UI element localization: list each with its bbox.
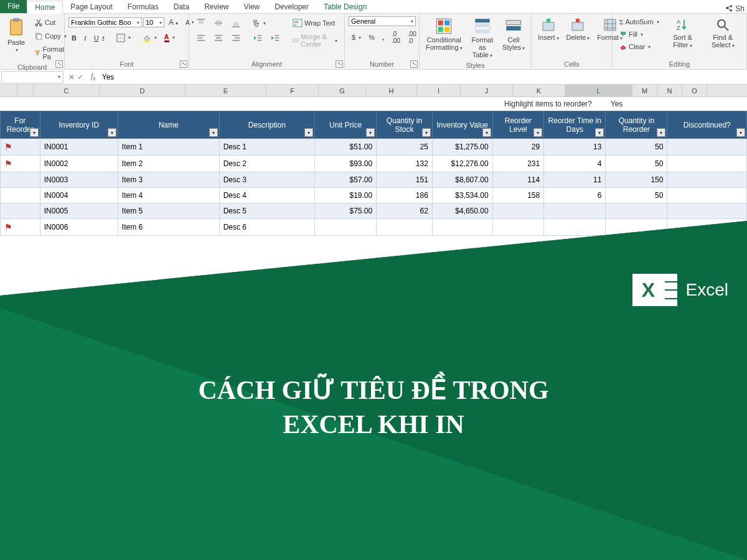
cell-qty-stock[interactable]: 132: [377, 156, 433, 172]
column-header-M[interactable]: M: [632, 85, 657, 96]
cell-reorder-days[interactable]: 11: [544, 172, 606, 188]
align-bottom-button[interactable]: [228, 16, 244, 30]
conditional-formatting-button[interactable]: Conditional Formatting▾: [423, 16, 465, 53]
name-box[interactable]: ▾: [1, 71, 63, 83]
cell-description[interactable]: Desc 4: [219, 188, 314, 203]
cell-qty-stock[interactable]: 151: [377, 172, 433, 188]
table-header[interactable]: Reorder Level▾: [492, 111, 544, 139]
format-as-table-button[interactable]: Format as Table▾: [467, 16, 497, 60]
table-row[interactable]: ⚑IN0001Item 1Desc 1$51.0025$1,275.002913…: [1, 139, 747, 156]
orientation-button[interactable]: ab▾: [250, 17, 269, 29]
cell-unit-price[interactable]: $75.00: [315, 203, 377, 219]
cell-inventory-id[interactable]: IN0005: [40, 203, 118, 219]
find-select-button[interactable]: Find & Select▾: [703, 16, 743, 50]
filter-icon[interactable]: ▾: [108, 128, 116, 137]
cell-inventory-id[interactable]: IN0006: [40, 219, 118, 236]
copy-button[interactable]: Copy▾: [31, 30, 70, 42]
filter-icon[interactable]: ▾: [209, 128, 218, 137]
cell-inventory-value[interactable]: $12,276.00: [432, 156, 492, 172]
cell-description[interactable]: Desc 1: [219, 139, 314, 156]
cell-reorder-days[interactable]: 6: [544, 188, 606, 203]
table-row[interactable]: ⚑IN0006Item 6Desc 6: [1, 219, 747, 236]
tab-view[interactable]: View: [236, 1, 267, 13]
cell-reorder-days[interactable]: 4: [544, 156, 606, 172]
align-top-button[interactable]: [193, 16, 209, 30]
column-header-O[interactable]: O: [682, 85, 707, 96]
tab-review[interactable]: Review: [197, 1, 236, 13]
column-header-E[interactable]: E: [186, 85, 266, 96]
cell-reorder-flag[interactable]: ⚑: [1, 219, 40, 236]
delete-cells-button[interactable]: Delete▾: [564, 16, 593, 42]
cell-qty-stock[interactable]: 186: [377, 188, 433, 203]
underline-button[interactable]: U▾: [91, 32, 108, 44]
cell-inventory-value[interactable]: [432, 219, 492, 236]
table-header[interactable]: Description▾: [219, 111, 314, 139]
number-format-combo[interactable]: General▾: [349, 16, 416, 26]
sort-filter-button[interactable]: AZ Sort & Filter▾: [665, 16, 701, 50]
table-header[interactable]: Quantity in Stock▾: [377, 111, 433, 139]
table-row[interactable]: IN0005Item 5Desc 5$75.0062$4,650.00: [1, 203, 747, 219]
cell-inventory-value[interactable]: $8,607.00: [432, 172, 492, 188]
font-size-combo[interactable]: 10▾: [143, 17, 164, 27]
cell-reorder-level[interactable]: 29: [492, 139, 544, 156]
alignment-dialog-launcher[interactable]: ⤡: [336, 60, 343, 68]
increase-indent-button[interactable]: [267, 31, 283, 45]
cell-discontinued[interactable]: [667, 139, 747, 156]
cell-reorder-days[interactable]: [544, 219, 606, 236]
cell-discontinued[interactable]: [667, 188, 747, 203]
cell-unit-price[interactable]: $19.00: [315, 188, 377, 203]
filter-icon[interactable]: ▾: [533, 128, 542, 137]
table-row[interactable]: IN0004Item 4Desc 4$19.00186$3,534.001586…: [1, 188, 747, 203]
cell-unit-price[interactable]: $51.00: [315, 139, 377, 156]
worksheet[interactable]: Highlight items to reorder? Yes For Reor…: [0, 97, 747, 236]
cell-qty-reorder[interactable]: 50: [606, 139, 667, 156]
filter-icon[interactable]: ▾: [366, 128, 375, 137]
cell-inventory-value[interactable]: $4,650.00: [432, 203, 492, 219]
clear-button[interactable]: Clear▾: [616, 41, 662, 52]
cell-reorder-level[interactable]: 231: [492, 156, 544, 172]
cell-discontinued[interactable]: [667, 219, 747, 236]
cell-inventory-value[interactable]: $3,534.00: [432, 188, 492, 203]
highlight-value[interactable]: Yes: [611, 100, 623, 108]
fx-icon[interactable]: fx: [87, 72, 100, 82]
tab-formulas[interactable]: Formulas: [120, 1, 166, 13]
cell-styles-button[interactable]: Cell Styles▾: [500, 16, 527, 53]
column-header-J[interactable]: J: [461, 85, 513, 96]
decrease-indent-button[interactable]: [250, 31, 266, 45]
cell-reorder-flag[interactable]: ⚑: [1, 156, 40, 172]
cell-reorder-flag[interactable]: [1, 172, 40, 188]
align-middle-button[interactable]: [210, 16, 227, 30]
cell-reorder-flag[interactable]: [1, 188, 40, 203]
table-row[interactable]: ⚑IN0002Item 2Desc 2$93.00132$12,276.0023…: [1, 156, 747, 172]
filter-icon[interactable]: ▾: [422, 128, 431, 137]
format-painter-button[interactable]: Format Pa: [31, 44, 70, 62]
table-header[interactable]: Unit Price▾: [315, 111, 377, 139]
cell-inventory-id[interactable]: IN0004: [40, 188, 118, 203]
cell-inventory-id[interactable]: IN0003: [40, 172, 118, 188]
cell-description[interactable]: Desc 3: [219, 172, 314, 188]
column-header-F[interactable]: F: [266, 85, 319, 96]
table-row[interactable]: IN0003Item 3Desc 3$57.00151$8,607.001141…: [1, 172, 747, 188]
cell-reorder-flag[interactable]: ⚑: [1, 139, 40, 156]
table-header[interactable]: Inventory ID▾: [40, 111, 118, 139]
cell-qty-reorder[interactable]: [606, 203, 667, 219]
enter-formula-button[interactable]: ✓: [77, 73, 83, 82]
clipboard-dialog-launcher[interactable]: ⤡: [55, 60, 63, 68]
cell-name[interactable]: Item 4: [118, 188, 219, 203]
column-header-L[interactable]: L: [565, 85, 632, 96]
increase-decimal-button[interactable]: .0.00: [388, 29, 403, 46]
tab-page-layout[interactable]: Page Layout: [63, 1, 120, 13]
cell-description[interactable]: Desc 5: [219, 203, 314, 219]
column-header-K[interactable]: K: [513, 85, 565, 96]
cell-discontinued[interactable]: [667, 172, 747, 188]
table-header[interactable]: Discontinued?▾: [667, 111, 747, 139]
insert-cells-button[interactable]: Insert▾: [535, 16, 561, 42]
cell-reorder-level[interactable]: [492, 219, 544, 236]
cell-inventory-value[interactable]: $1,275.00: [432, 139, 492, 156]
accounting-format-button[interactable]: $▾: [349, 32, 364, 43]
cancel-formula-button[interactable]: ✕: [68, 73, 75, 82]
column-header-I[interactable]: I: [417, 85, 461, 96]
cell-reorder-level[interactable]: 158: [492, 188, 544, 203]
filter-icon[interactable]: ▾: [482, 128, 491, 137]
cell-qty-stock[interactable]: [377, 219, 433, 236]
